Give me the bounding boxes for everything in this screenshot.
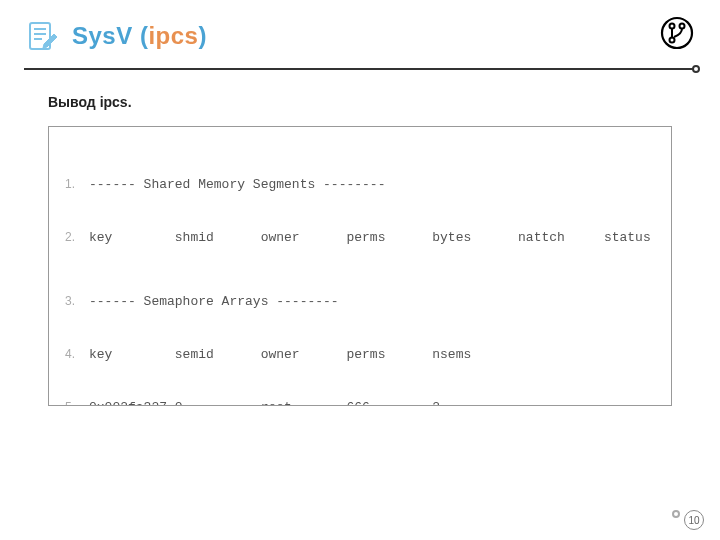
svg-point-7 bbox=[670, 38, 675, 43]
divider bbox=[24, 68, 696, 70]
code-line: 5. 0x002fa327 0 root 666 2 bbox=[61, 399, 655, 406]
page-number-badge: 10 bbox=[684, 510, 704, 530]
line-content: key shmid owner perms bytes nattch statu… bbox=[89, 229, 655, 247]
edit-icon bbox=[24, 18, 60, 54]
divider-dot-icon bbox=[692, 65, 700, 73]
line-content: key semid owner perms nsems bbox=[89, 346, 655, 364]
code-line: 2. key shmid owner perms bytes nattch st… bbox=[61, 229, 655, 247]
git-branch-icon bbox=[660, 16, 694, 54]
footer-connector-dot-icon bbox=[672, 510, 680, 518]
line-number: 5. bbox=[61, 399, 89, 406]
code-line: 3. ------ Semaphore Arrays -------- bbox=[61, 293, 655, 311]
line-number: 3. bbox=[61, 293, 89, 309]
title-part-ipcs: ipcs bbox=[148, 22, 198, 49]
line-number: 2. bbox=[61, 229, 89, 245]
code-line: 1. ------ Shared Memory Segments -------… bbox=[61, 176, 655, 194]
slide-header: SysV (ipcs) bbox=[0, 0, 720, 54]
line-number: 4. bbox=[61, 346, 89, 362]
section-heading: Вывод ipcs. bbox=[48, 94, 672, 110]
code-block: 1. ------ Shared Memory Segments -------… bbox=[48, 126, 672, 406]
line-content: ------ Shared Memory Segments -------- bbox=[89, 176, 655, 194]
svg-point-4 bbox=[662, 18, 692, 48]
line-number: 1. bbox=[61, 176, 89, 192]
slide-title: SysV (ipcs) bbox=[72, 22, 207, 50]
title-paren-close: ) bbox=[198, 22, 207, 49]
svg-point-6 bbox=[680, 24, 685, 29]
line-content: 0x002fa327 0 root 666 2 bbox=[89, 399, 655, 406]
code-line: 4. key semid owner perms nsems bbox=[61, 346, 655, 364]
svg-point-5 bbox=[670, 24, 675, 29]
title-part-sysv: SysV bbox=[72, 22, 140, 49]
line-content: ------ Semaphore Arrays -------- bbox=[89, 293, 655, 311]
